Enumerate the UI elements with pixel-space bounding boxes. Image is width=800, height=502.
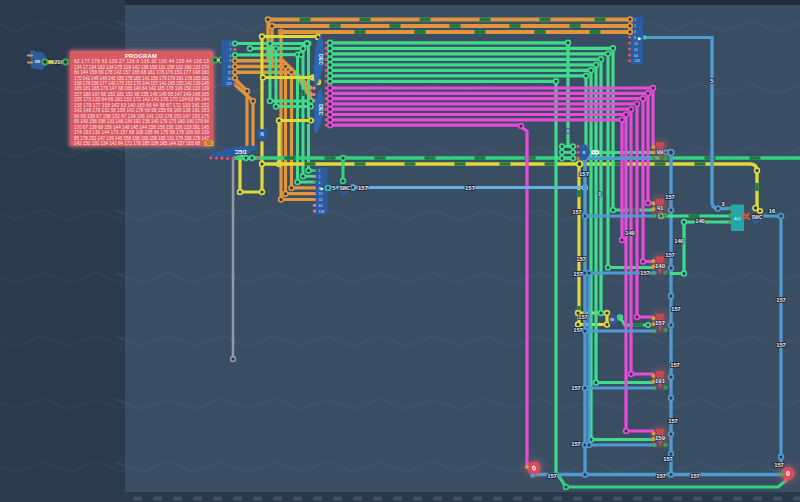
svg-text:157: 157 <box>665 252 675 258</box>
svg-text:2: 2 <box>634 24 636 28</box>
svg-text:2: 2 <box>319 175 321 179</box>
svg-text:174 153 136 144 170 157 68 106: 174 153 136 144 170 157 68 106 165 66 17… <box>74 130 209 135</box>
svg-text:142 148 179 131 58 158 142 178: 142 148 179 131 58 158 142 178 66 58 155… <box>74 108 209 113</box>
svg-text:140: 140 <box>655 263 666 269</box>
svg-text:128: 128 <box>319 210 325 214</box>
svg-text:3: 3 <box>721 201 724 207</box>
svg-text:16: 16 <box>634 42 638 46</box>
svg-text:SWC: SWC <box>339 186 351 191</box>
svg-text:8: 8 <box>634 36 636 40</box>
svg-text:157: 157 <box>656 473 666 479</box>
svg-text:133 170 177 158 142 63 140 165: 133 170 177 158 142 63 140 165 66 64 58 … <box>74 103 209 108</box>
svg-text:157: 157 <box>578 314 588 320</box>
svg-text:∞: ∞ <box>34 56 40 66</box>
svg-text:20: 20 <box>54 59 60 65</box>
svg-text:2: 2 <box>230 48 232 52</box>
svg-text:4: 4 <box>319 181 321 185</box>
svg-text:157: 157 <box>774 462 784 468</box>
svg-text:157: 157 <box>671 306 681 312</box>
svg-text:157: 157 <box>573 271 583 277</box>
svg-text:142 150 191 134 141 64 172 178: 142 150 191 134 141 64 172 178 165 136 1… <box>74 141 200 146</box>
svg-text:84 69 158 67 158 152 67 134 10: 84 69 158 67 158 152 67 134 106 141 133 … <box>74 114 209 119</box>
svg-text:16: 16 <box>319 192 323 196</box>
svg-text:157: 157 <box>571 441 581 447</box>
svg-text:41: 41 <box>657 205 664 211</box>
svg-text:157: 157 <box>640 270 649 276</box>
svg-text:PROGRAM: PROGRAM <box>125 53 157 59</box>
svg-text:170 142 149 148 140 180 178 16: 170 142 149 148 140 180 178 165 141 156 … <box>74 76 209 81</box>
svg-text:191: 191 <box>655 378 666 384</box>
svg-text:157: 157 <box>571 385 581 391</box>
svg-text:157: 157 <box>573 327 583 333</box>
svg-text:1: 1 <box>230 42 232 46</box>
svg-text:140: 140 <box>625 230 635 236</box>
svg-text:165 181 165 179 147 68 165 140: 165 181 165 179 147 68 165 140 84 142 16… <box>74 86 209 91</box>
svg-text:32: 32 <box>228 71 232 75</box>
svg-text:157: 157 <box>579 171 590 177</box>
svg-text:157 180 147 66 152 181 152 68: 157 180 147 66 152 181 152 68 155 149 14… <box>74 92 209 97</box>
svg-text:63 177 178 63 136 27 136 8 136: 63 177 178 63 136 27 136 8 136 30 136 44… <box>74 59 209 64</box>
svg-text:170 67 139 69 156 144 148 145: 170 67 139 69 156 144 148 145 144 156 15… <box>74 125 209 130</box>
svg-text:32: 32 <box>634 48 638 52</box>
svg-text:1: 1 <box>634 18 636 22</box>
svg-text:4: 4 <box>230 54 232 58</box>
svg-text:66: 66 <box>206 141 212 146</box>
svg-text:157: 157 <box>670 362 680 368</box>
svg-text:DEC: DEC <box>235 149 247 155</box>
svg-text:157: 157 <box>776 342 786 348</box>
svg-text:1: 1 <box>319 169 321 173</box>
svg-text:16: 16 <box>769 208 776 214</box>
svg-text:64: 64 <box>634 54 638 58</box>
svg-text:64: 64 <box>319 204 323 208</box>
svg-text:99: 99 <box>657 149 664 155</box>
svg-text:134 17 134 182 134 175 129 142: 134 17 134 182 134 175 129 142 138 158 1… <box>74 65 209 70</box>
svg-text:159: 159 <box>655 435 666 441</box>
svg-text:157: 157 <box>665 194 675 200</box>
svg-text:128: 128 <box>634 59 640 63</box>
svg-text:157: 157 <box>655 320 666 326</box>
svg-text:DEC: DEC <box>318 104 324 115</box>
svg-text:ALU: ALU <box>734 217 741 221</box>
svg-text:32: 32 <box>319 198 323 202</box>
svg-text:140: 140 <box>674 238 684 244</box>
svg-text:0: 0 <box>786 470 790 477</box>
svg-text:66 144 158 69 178 142 157 165: 66 144 158 69 178 142 157 165 68 181 178… <box>74 70 209 75</box>
svg-text:8: 8 <box>230 59 232 63</box>
svg-text:▶: ▶ <box>638 36 642 41</box>
svg-text:157: 157 <box>690 473 700 479</box>
svg-text:64: 64 <box>228 77 232 81</box>
svg-text:65 149 158 158 133 148 134 191: 65 149 158 158 133 148 134 191 158 140 1… <box>74 119 209 124</box>
svg-text:140: 140 <box>695 218 705 224</box>
svg-text:157: 157 <box>776 297 786 303</box>
svg-text:157: 157 <box>358 185 369 191</box>
svg-text:157: 157 <box>465 185 476 191</box>
svg-text:157: 157 <box>668 418 678 424</box>
svg-text:65 178 152 147 139 140 158 158: 65 178 152 147 139 140 158 158 158 158 1… <box>74 136 209 141</box>
svg-text:4: 4 <box>634 30 636 34</box>
svg-text:157: 157 <box>576 256 586 262</box>
svg-text:SWC: SWC <box>751 215 763 220</box>
svg-text:158 178 156 177 140 175 153 17: 158 178 156 177 140 175 153 170 144 157 … <box>74 81 209 86</box>
svg-text:16: 16 <box>228 65 232 69</box>
svg-text:157: 157 <box>663 456 673 462</box>
svg-text:157: 157 <box>572 209 582 215</box>
svg-text:DEC: DEC <box>318 54 324 65</box>
svg-text:155 175 133 64 66 191 153 172: 155 175 133 64 66 191 153 172 142 141 17… <box>74 97 209 102</box>
svg-text:128: 128 <box>226 82 232 86</box>
svg-text:157: 157 <box>547 473 557 479</box>
